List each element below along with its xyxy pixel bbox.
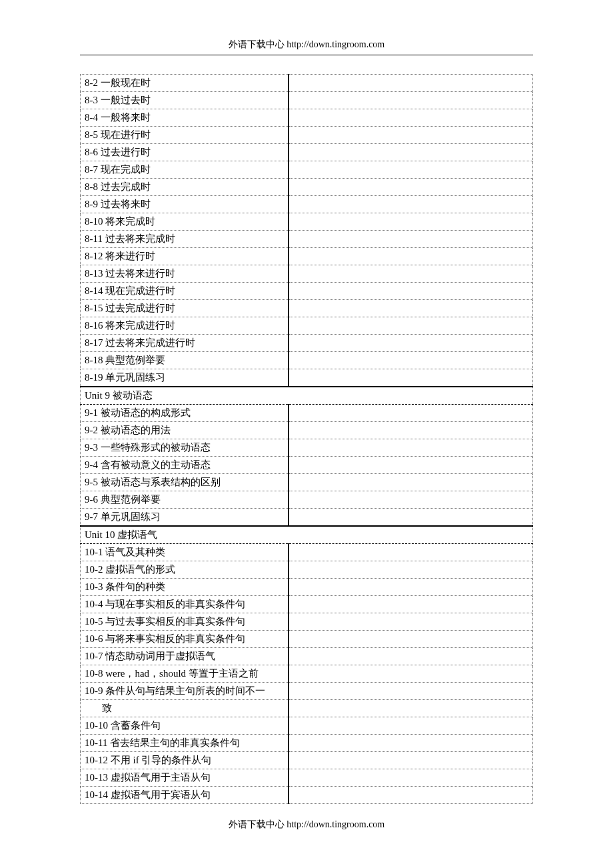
- table-row: 10-6 与将来事实相反的非真实条件句: [81, 631, 533, 648]
- toc-page-cell: [289, 631, 533, 648]
- unit-title: Unit 10 虚拟语气: [81, 526, 533, 544]
- toc-page-cell: [289, 474, 533, 491]
- table-row: 9-7 单元巩固练习: [81, 509, 533, 527]
- toc-page-cell: [289, 439, 533, 457]
- toc-entry: 10-4 与现在事实相反的非真实条件句: [81, 596, 289, 613]
- toc-entry: 8-15 过去完成进行时: [81, 300, 289, 317]
- toc-page-cell: [289, 317, 533, 335]
- table-row: 8-17 过去将来完成进行时: [81, 335, 533, 352]
- toc-page-cell: [289, 717, 533, 735]
- toc-page-cell: [289, 265, 533, 283]
- toc-entry: 8-2 一般现在时: [81, 75, 289, 92]
- toc-table: 8-2 一般现在时 8-3 一般过去时 8-4 一般将来时 8-5 现在进行时 …: [80, 74, 533, 804]
- toc-entry: 10-12 不用 if 引导的条件从句: [81, 752, 289, 769]
- table-row: 8-3 一般过去时: [81, 92, 533, 109]
- table-row: 10-1 语气及其种类: [81, 544, 533, 561]
- page-footer: 外语下载中心 http://down.tingroom.com: [0, 819, 613, 831]
- table-row: 8-19 单元巩固练习: [81, 369, 533, 387]
- toc-entry: 8-16 将来完成进行时: [81, 317, 289, 335]
- toc-page-cell: [289, 109, 533, 127]
- toc-entry-continuation: 致: [81, 700, 289, 717]
- table-row: 10-4 与现在事实相反的非真实条件句: [81, 596, 533, 613]
- table-row: 8-14 现在完成进行时: [81, 283, 533, 300]
- table-row: 8-5 现在进行时: [81, 127, 533, 144]
- toc-page-cell: [289, 352, 533, 369]
- toc-page-cell: [289, 161, 533, 179]
- table-row: 9-1 被动语态的构成形式: [81, 405, 533, 422]
- page-header: 外语下载中心 http://down.tingroom.com: [0, 0, 613, 55]
- table-row: 10-13 虚拟语气用于主语从句: [81, 769, 533, 787]
- toc-page-cell: [289, 231, 533, 248]
- toc-page-cell: [289, 509, 533, 527]
- toc-entry: 10-13 虚拟语气用于主语从句: [81, 769, 289, 787]
- table-row: 10-2 虚拟语气的形式: [81, 561, 533, 579]
- toc-page-cell: [289, 75, 533, 92]
- toc-page-cell: [289, 579, 533, 596]
- toc-entry: 9-3 一些特殊形式的被动语态: [81, 439, 289, 457]
- toc-page-cell: [289, 422, 533, 439]
- unit-title: Unit 9 被动语态: [81, 387, 533, 405]
- toc-entry: 9-4 含有被动意义的主动语态: [81, 457, 289, 474]
- table-row: 9-6 典型范例举要: [81, 491, 533, 509]
- toc-entry: 10-1 语气及其种类: [81, 544, 289, 561]
- toc-entry: 10-3 条件句的种类: [81, 579, 289, 596]
- table-row: 8-13 过去将来进行时: [81, 265, 533, 283]
- table-row: 8-4 一般将来时: [81, 109, 533, 127]
- footer-text: 外语下载中心 http://down.tingroom.com: [229, 819, 385, 829]
- toc-page-cell: [289, 665, 533, 683]
- table-row: 10-8 were，had，should 等置于主语之前: [81, 665, 533, 683]
- toc-page-cell: [289, 213, 533, 231]
- table-row: 8-12 将来进行时: [81, 248, 533, 265]
- toc-entry: 9-1 被动语态的构成形式: [81, 405, 289, 422]
- table-row: 9-4 含有被动意义的主动语态: [81, 457, 533, 474]
- toc-page-cell: [289, 92, 533, 109]
- toc-entry: 10-8 were，had，should 等置于主语之前: [81, 665, 289, 683]
- toc-page-cell: [289, 561, 533, 579]
- toc-entry: 8-13 过去将来进行时: [81, 265, 289, 283]
- toc-entry: 8-14 现在完成进行时: [81, 283, 289, 300]
- toc-page-cell: [289, 596, 533, 613]
- toc-page-cell: [289, 335, 533, 352]
- header-rule: [80, 55, 533, 55]
- toc-entry: 8-6 过去进行时: [81, 144, 289, 161]
- content-area: 8-2 一般现在时 8-3 一般过去时 8-4 一般将来时 8-5 现在进行时 …: [80, 74, 533, 804]
- table-row: 8-18 典型范例举要: [81, 352, 533, 369]
- toc-entry: 8-5 现在进行时: [81, 127, 289, 144]
- toc-entry: 8-7 现在完成时: [81, 161, 289, 179]
- toc-entry: 10-2 虚拟语气的形式: [81, 561, 289, 579]
- toc-page-cell: [289, 544, 533, 561]
- toc-entry: 9-6 典型范例举要: [81, 491, 289, 509]
- toc-page-cell: [289, 369, 533, 387]
- table-row: 8-7 现在完成时: [81, 161, 533, 179]
- table-row: 10-10 含蓄条件句: [81, 717, 533, 735]
- toc-page-cell: [289, 300, 533, 317]
- unit-header-row: Unit 9 被动语态: [81, 387, 533, 405]
- table-row: 致: [81, 700, 533, 717]
- toc-page-cell: [289, 769, 533, 787]
- toc-entry: 8-18 典型范例举要: [81, 352, 289, 369]
- table-row: 10-7 情态助动词用于虚拟语气: [81, 648, 533, 665]
- toc-entry: 8-17 过去将来完成进行时: [81, 335, 289, 352]
- toc-page-cell: [289, 179, 533, 196]
- toc-entry: 9-7 单元巩固练习: [81, 509, 289, 527]
- toc-entry: 9-5 被动语态与系表结构的区别: [81, 474, 289, 491]
- toc-page-cell: [289, 700, 533, 717]
- table-row: 10-9 条件从句与结果主句所表的时间不一: [81, 683, 533, 700]
- toc-page-cell: [289, 752, 533, 769]
- table-row: 8-8 过去完成时: [81, 179, 533, 196]
- toc-entry: 8-10 将来完成时: [81, 213, 289, 231]
- toc-entry: 8-12 将来进行时: [81, 248, 289, 265]
- toc-page-cell: [289, 248, 533, 265]
- toc-entry: 10-14 虚拟语气用于宾语从句: [81, 787, 289, 804]
- toc-entry: 10-10 含蓄条件句: [81, 717, 289, 735]
- toc-entry: 10-9 条件从句与结果主句所表的时间不一: [81, 683, 289, 700]
- toc-page-cell: [289, 787, 533, 804]
- toc-entry: 8-19 单元巩固练习: [81, 369, 289, 387]
- toc-page-cell: [289, 127, 533, 144]
- toc-entry: 9-2 被动语态的用法: [81, 422, 289, 439]
- table-row: 10-14 虚拟语气用于宾语从句: [81, 787, 533, 804]
- toc-page-cell: [289, 144, 533, 161]
- toc-page-cell: [289, 648, 533, 665]
- table-row: 8-6 过去进行时: [81, 144, 533, 161]
- toc-entry: 8-8 过去完成时: [81, 179, 289, 196]
